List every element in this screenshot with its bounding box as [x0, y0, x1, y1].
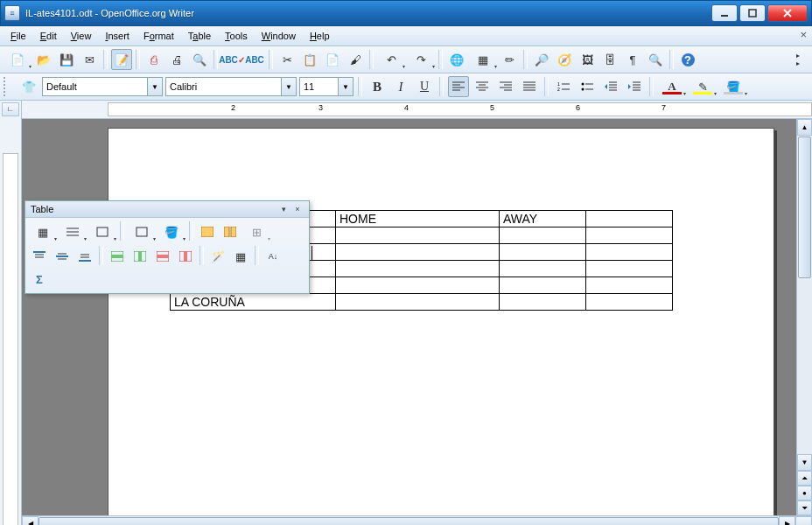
table-cell[interactable]	[336, 261, 500, 277]
print-preview-button[interactable]: 🔍	[189, 49, 210, 70]
line-style-button[interactable]: ▾	[59, 221, 87, 242]
optimize-button[interactable]: ⊞▾	[242, 221, 270, 242]
table-cell[interactable]: LA CORUÑA	[171, 294, 336, 311]
vertical-scrollbar[interactable]: ▲ ▼ ⏶ ● ⏷	[796, 119, 812, 515]
menu-window[interactable]: Window	[255, 29, 303, 43]
merge-cells-button[interactable]	[197, 221, 218, 242]
table-toolbar-panel[interactable]: Table ▾ × ▦▾ ▾ ▾ ▾ 🪣▾ ⊞▾ 🪄 ▦	[24, 200, 310, 294]
align-right-button[interactable]	[495, 76, 516, 97]
table-cell[interactable]: HOME	[336, 211, 500, 228]
background-color-button[interactable]: 🪣▾	[719, 76, 747, 97]
table-cell[interactable]	[500, 261, 586, 277]
valign-center-button[interactable]	[52, 246, 73, 267]
navigation-button[interactable]: ●	[797, 486, 812, 500]
paste-button[interactable]: 📄	[322, 49, 343, 70]
toolbar-handle[interactable]	[4, 77, 12, 96]
save-button[interactable]: 💾	[56, 49, 77, 70]
align-left-button[interactable]	[448, 76, 469, 97]
numbered-list-button[interactable]: 12	[553, 76, 574, 97]
print-button[interactable]: 🖨	[166, 49, 187, 70]
hyperlink-button[interactable]: 🌐	[446, 49, 467, 70]
underline-button[interactable]: U	[414, 76, 435, 97]
table-cell[interactable]	[336, 294, 500, 311]
sum-button[interactable]: Σ	[29, 269, 50, 290]
table-cell[interactable]	[500, 277, 586, 294]
table-cell[interactable]	[586, 228, 673, 244]
font-color-button[interactable]: A▾	[658, 76, 686, 97]
font-size-combo[interactable]: 11▼	[299, 77, 354, 96]
autospell-button[interactable]: ABC	[244, 49, 265, 70]
table-props-button[interactable]: ▦	[230, 246, 251, 267]
minimize-button[interactable]	[711, 4, 738, 22]
ruler-corner-button[interactable]: ∟	[2, 102, 19, 116]
delete-row-button[interactable]	[152, 246, 173, 267]
align-justify-button[interactable]	[519, 76, 540, 97]
autoformat-button[interactable]: 🪄	[207, 246, 228, 267]
decrease-indent-button[interactable]	[600, 76, 621, 97]
menu-edit[interactable]: Edit	[33, 29, 64, 43]
menu-insert[interactable]: Insert	[98, 29, 136, 43]
insert-row-button[interactable]	[107, 246, 128, 267]
bullet-list-button[interactable]	[577, 76, 598, 97]
menu-view[interactable]: View	[64, 29, 99, 43]
table-cell[interactable]	[586, 277, 673, 294]
export-pdf-button[interactable]: ⎙	[144, 49, 164, 70]
table-cell[interactable]	[500, 244, 586, 261]
valign-bottom-button[interactable]	[74, 246, 95, 267]
show-draw-button[interactable]: ✏	[499, 49, 520, 70]
table-cell[interactable]	[336, 228, 500, 244]
menu-help[interactable]: Help	[303, 29, 337, 43]
nonprinting-button[interactable]: ¶	[622, 49, 643, 70]
table-cell[interactable]: AWAY	[500, 211, 586, 228]
borders-button[interactable]: ▾	[128, 221, 156, 242]
resize-grip[interactable]	[795, 516, 812, 525]
menu-format[interactable]: Format	[136, 29, 181, 43]
email-button[interactable]: ✉	[79, 49, 100, 70]
table-cell[interactable]	[336, 277, 500, 294]
insert-table-button[interactable]: ▦▾	[469, 49, 497, 70]
prev-page-button[interactable]: ⏶	[797, 471, 812, 486]
format-paintbrush-button[interactable]: 🖌	[345, 49, 366, 70]
cut-button[interactable]: ✂	[276, 49, 298, 70]
menu-close-icon[interactable]: ×	[800, 28, 807, 41]
menu-file[interactable]: File	[4, 29, 33, 43]
zoom-button[interactable]: 🔍	[645, 49, 666, 70]
increase-indent-button[interactable]	[624, 76, 645, 97]
table-new-button[interactable]: ▦▾	[29, 221, 57, 242]
edit-mode-button[interactable]: 📝	[111, 49, 132, 70]
spellcheck-button[interactable]: ABC✓	[221, 49, 242, 70]
close-button[interactable]	[767, 4, 808, 22]
open-button[interactable]: 📂	[33, 49, 54, 70]
redo-button[interactable]: ↷▾	[407, 49, 435, 70]
table-cell[interactable]	[500, 294, 586, 311]
find-button[interactable]: 🔎	[531, 49, 552, 70]
scroll-right-button[interactable]: ▶	[779, 516, 795, 525]
undo-button[interactable]: ↶▾	[377, 49, 405, 70]
scroll-down-button[interactable]: ▼	[797, 454, 812, 471]
menu-tools[interactable]: Tools	[218, 29, 255, 43]
scroll-thumb[interactable]	[38, 517, 779, 525]
new-doc-button[interactable]: 📄▾	[4, 49, 32, 70]
align-center-button[interactable]	[472, 76, 493, 97]
scroll-thumb[interactable]	[798, 136, 811, 278]
next-page-button[interactable]: ⏷	[797, 500, 812, 515]
table-cell[interactable]	[586, 244, 673, 261]
table-cell[interactable]	[586, 261, 673, 277]
chevron-down-icon[interactable]: ▼	[281, 78, 296, 95]
italic-button[interactable]: I	[390, 76, 411, 97]
valign-top-button[interactable]	[29, 246, 50, 267]
table-cell[interactable]	[500, 228, 586, 244]
help-button[interactable]: ?	[677, 49, 698, 70]
page[interactable]: HOMEAWAY REAL MADRID BARCELONA LA CORUÑA	[108, 128, 774, 515]
table-cell[interactable]	[586, 294, 673, 311]
table-cell[interactable]	[336, 244, 500, 261]
toolbar-overflow-icon[interactable]: ▸▸	[788, 49, 808, 70]
horizontal-scrollbar[interactable]: ◀ ▶	[22, 515, 812, 525]
chevron-down-icon[interactable]: ▼	[147, 78, 162, 95]
navigator-button[interactable]: 🧭	[554, 49, 575, 70]
styles-button[interactable]: 👕	[18, 76, 39, 97]
gallery-button[interactable]: 🖼	[577, 49, 598, 70]
split-cells-button[interactable]	[220, 221, 241, 242]
insert-col-button[interactable]	[130, 246, 150, 267]
copy-button[interactable]: 📋	[299, 49, 320, 70]
